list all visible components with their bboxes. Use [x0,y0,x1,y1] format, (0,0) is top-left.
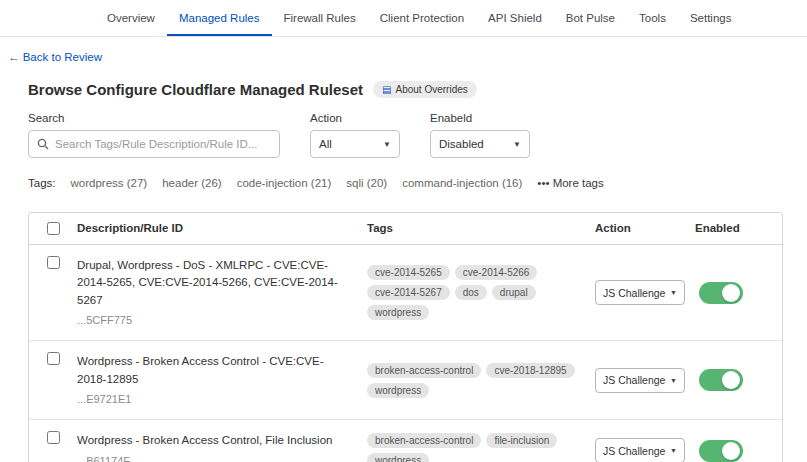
top-navigation: OverviewManaged RulesFirewall RulesClien… [0,0,807,37]
rule-id: ...B61174F [77,453,349,462]
enabled-label: Enabeld [430,112,530,124]
about-overrides-label: About Overrides [396,84,468,95]
tag-link-header-26[interactable]: header (26) [162,177,221,189]
tag-pill: cve-2014-5265 [367,265,450,280]
tab-settings[interactable]: Settings [678,0,744,36]
action-select[interactable]: All ▼ [310,130,400,158]
action-dropdown-value: JS Challenge [603,445,665,457]
tag-pill: broken-access-control [367,363,481,378]
rule-id: ...E9721E1 [77,391,349,408]
chevron-down-icon: ▼ [670,377,677,384]
action-dropdown[interactable]: JS Challenge ▼ [595,280,685,305]
enabled-toggle[interactable] [699,282,743,304]
search-icon [37,138,49,150]
column-header-description: Description/Rule ID [77,213,367,244]
chevron-down-icon: ▼ [383,140,391,149]
rule-description: Drupal, Wordpress - DoS - XMLRPC - CVE:C… [77,257,349,309]
rules-table: Description/Rule ID Tags Action Enabled … [28,212,783,462]
tag-link-sqli-20[interactable]: sqli (20) [346,177,387,189]
tab-tools[interactable]: Tools [627,0,678,36]
rule-id: ...5CFF775 [77,312,349,329]
tags-bar-label: Tags: [28,177,56,189]
tag-link-code-injection-21[interactable]: code-injection (21) [237,177,332,189]
chevron-down-icon: ▼ [670,289,677,296]
rule-tags: cve-2014-5265cve-2014-5266cve-2014-5267d… [367,253,595,332]
table-header-row: Description/Rule ID Tags Action Enabled [29,213,782,245]
table-row: Drupal, Wordpress - DoS - XMLRPC - CVE:C… [29,245,782,341]
enabled-select-value: Disabled [439,138,484,150]
enabled-select[interactable]: Disabled ▼ [430,130,530,158]
table-row: Wordpress - Broken Access Control, File … [29,420,782,462]
enabled-filter: Enabeld Disabled ▼ [430,112,530,158]
tags-bar: Tags: wordpress (27)header (26)code-inje… [28,177,783,189]
tab-firewall-rules[interactable]: Firewall Rules [272,0,368,36]
toggle-knob [722,284,740,302]
tag-pill: cve-2014-5266 [455,265,538,280]
filter-bar: Search Action All ▼ Enabeld Disabled ▼ [28,112,783,158]
tag-pill: drupal [492,285,536,300]
enabled-toggle[interactable] [699,369,743,391]
tab-api-shield[interactable]: API Shield [476,0,554,36]
rules-table-body: Drupal, Wordpress - DoS - XMLRPC - CVE:C… [29,245,782,462]
page-title: Browse Configure Cloudflare Managed Rule… [28,81,363,98]
action-dropdown[interactable]: JS Challenge ▼ [595,368,685,393]
chevron-down-icon: ▼ [670,447,677,454]
tag-pill: file-inclusion [486,433,557,448]
tag-link-wordpress-27[interactable]: wordpress (27) [71,177,148,189]
rule-tags: broken-access-controlfile-inclusionwordp… [367,421,595,462]
action-dropdown-value: JS Challenge [603,287,665,299]
enabled-toggle[interactable] [699,440,743,462]
more-tags-button[interactable]: ••• More tags [537,177,603,189]
rule-description: Wordpress - Broken Access Control - CVE:… [77,353,349,388]
tag-pill: cve-2018-12895 [486,363,574,378]
tag-pill: wordpress [367,305,429,320]
main-content: Browse Configure Cloudflare Managed Rule… [0,81,807,462]
tab-bot-pulse[interactable]: Bot Pulse [554,0,627,36]
about-overrides-badge[interactable]: ▤ About Overrides [373,81,477,98]
column-header-tags: Tags [367,213,595,244]
toggle-knob [722,371,740,389]
tag-pill: wordpress [367,383,429,398]
row-checkbox[interactable] [47,431,60,444]
tab-managed-rules[interactable]: Managed Rules [167,0,272,36]
tag-link-command-injection-16[interactable]: command-injection (16) [402,177,522,189]
search-label: Search [28,112,280,124]
select-all-checkbox[interactable] [47,222,60,235]
tab-client-protection[interactable]: Client Protection [368,0,476,36]
tag-pill: wordpress [367,453,429,462]
tag-links: wordpress (27)header (26)code-injection … [71,177,523,189]
chevron-down-icon: ▼ [513,140,521,149]
action-dropdown[interactable]: JS Challenge ▼ [595,438,685,462]
search-filter: Search [28,112,280,158]
column-header-enabled: Enabled [695,213,782,244]
nav-tabs: OverviewManaged RulesFirewall RulesClien… [95,0,678,36]
back-to-review-link[interactable]: ← Back to Review [8,51,102,63]
search-box[interactable] [28,130,280,158]
row-checkbox[interactable] [47,352,60,365]
tag-pill: broken-access-control [367,433,481,448]
action-dropdown-value: JS Challenge [603,374,665,386]
action-label: Action [310,112,400,124]
rule-description: Wordpress - Broken Access Control, File … [77,432,349,449]
row-checkbox[interactable] [47,256,60,269]
tag-pill: cve-2014-5267 [367,285,450,300]
action-select-value: All [319,138,332,150]
search-input[interactable] [55,138,271,150]
column-header-action: Action [595,213,695,244]
tag-pill: dos [455,285,487,300]
about-overrides-icon: ▤ [382,85,391,95]
table-row: Wordpress - Broken Access Control - CVE:… [29,341,782,420]
tab-overview[interactable]: Overview [95,0,167,36]
action-filter: Action All ▼ [310,112,400,158]
toggle-knob [722,442,740,460]
rule-tags: broken-access-controlcve-2018-12895wordp… [367,351,595,410]
